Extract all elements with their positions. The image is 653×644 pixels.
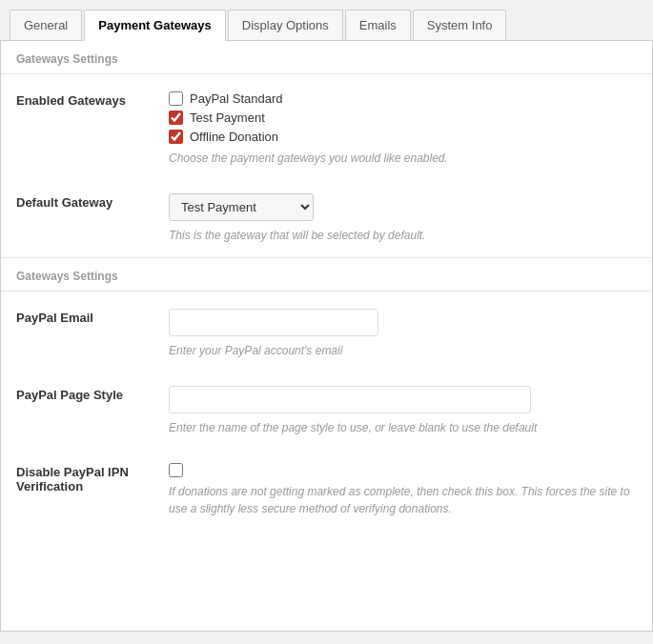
help-text-default-gateway: This is the gateway that will be selecte… [169,227,637,244]
select-default-gateway[interactable]: PayPal Standard Test Payment Offline Don… [169,193,314,221]
checkbox-row-test-payment: Test Payment [169,111,637,125]
tabs-bar: General Payment Gateways Display Options… [0,0,653,41]
help-text-disable-paypal-ipn: If donations are not getting marked as c… [169,483,637,517]
tab-payment-gateways[interactable]: Payment Gateways [84,10,226,41]
label-paypal-email: PayPal Email [1,295,153,372]
checkbox-test-payment[interactable] [169,111,183,125]
input-cell-paypal-page-style: Enter the name of the page style to use,… [153,372,652,450]
label-paypal-standard: PayPal Standard [190,91,283,106]
label-test-payment: Test Payment [190,111,265,125]
section-heading-gateways-1: Gateways Settings [1,41,652,74]
checkbox-row-offline-donation: Offline Donation [169,130,637,144]
row-disable-paypal-ipn: Disable PayPal IPN Verification If donat… [1,450,652,531]
checkbox-row-ipn [169,463,637,477]
section-heading-gateways-2: Gateways Settings [1,258,652,292]
content-area: Gateways Settings Enabled Gateways PayPa… [0,41,653,632]
input-cell-disable-paypal-ipn: If donations are not getting marked as c… [153,450,652,531]
input-cell-default-gateway: PayPal Standard Test Payment Offline Don… [153,180,652,257]
help-text-paypal-page-style: Enter the name of the page style to use,… [169,419,637,436]
label-enabled-gateways: Enabled Gateways [1,78,153,180]
help-text-paypal-email: Enter your PayPal account's email [169,342,637,359]
tab-emails[interactable]: Emails [345,10,411,40]
label-disable-paypal-ipn: Disable PayPal IPN Verification [1,450,153,531]
input-paypal-page-style[interactable] [169,386,531,413]
tab-system-info[interactable]: System Info [413,10,507,40]
input-cell-enabled-gateways: PayPal Standard Test Payment Offline Don… [153,78,652,180]
label-paypal-page-style: PayPal Page Style [1,372,153,450]
tab-general[interactable]: General [10,10,82,40]
input-paypal-email[interactable] [169,309,378,336]
input-cell-paypal-email: Enter your PayPal account's email [153,295,652,372]
form-table: Enabled Gateways PayPal Standard Test Pa… [1,78,652,257]
row-paypal-email: PayPal Email Enter your PayPal account's… [1,295,652,372]
checkbox-disable-paypal-ipn[interactable] [169,463,183,477]
checkbox-row-paypal-standard: PayPal Standard [169,91,637,106]
row-paypal-page-style: PayPal Page Style Enter the name of the … [1,372,652,450]
tab-display-options[interactable]: Display Options [228,10,343,40]
form-table-2: PayPal Email Enter your PayPal account's… [1,295,652,531]
label-default-gateway: Default Gateway [1,180,153,257]
help-text-enabled-gateways: Choose the payment gateways you would li… [169,150,637,167]
checkbox-paypal-standard[interactable] [169,91,183,106]
checkbox-offline-donation[interactable] [169,130,183,144]
label-offline-donation: Offline Donation [190,130,278,144]
row-default-gateway: Default Gateway PayPal Standard Test Pay… [1,180,652,257]
row-enabled-gateways: Enabled Gateways PayPal Standard Test Pa… [1,78,652,180]
